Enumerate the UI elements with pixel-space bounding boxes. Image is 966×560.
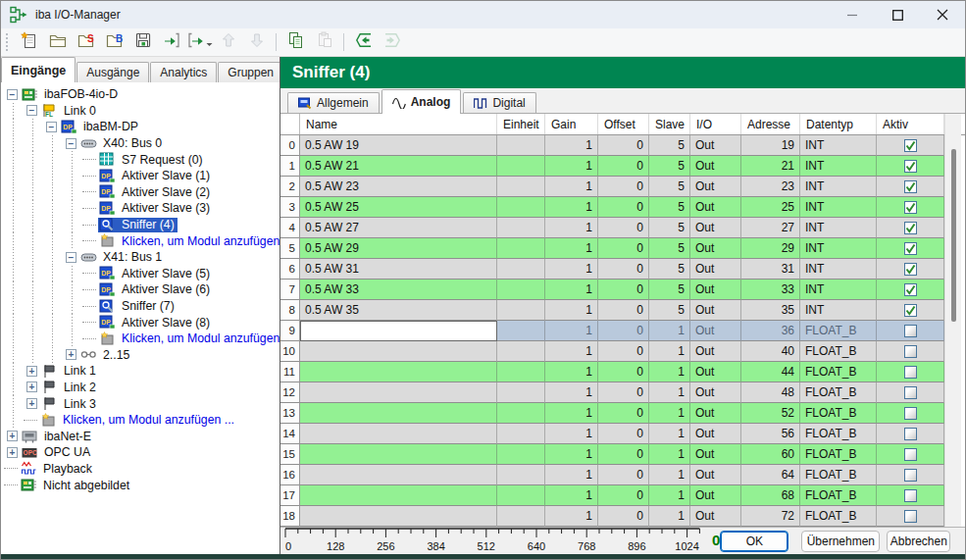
aktiv-checkbox[interactable] (904, 160, 917, 173)
cell-slave[interactable]: 1 (649, 424, 690, 444)
cell-einheit[interactable] (497, 177, 545, 197)
cell-offset[interactable]: 0 (598, 177, 649, 197)
cell-aktiv[interactable] (877, 321, 944, 341)
cell-adresse[interactable]: 27 (741, 218, 800, 238)
cell-datentyp[interactable]: FLOAT_B (800, 465, 877, 485)
cell-name[interactable] (300, 424, 497, 444)
cell-offset[interactable]: 0 (598, 465, 649, 485)
aktiv-checkbox[interactable] (904, 242, 917, 255)
cell-name[interactable]: 0.5 AW 31 (300, 259, 497, 280)
column-header-name[interactable]: Name (300, 114, 497, 134)
tab-analytics[interactable]: Analytics (150, 62, 217, 82)
column-header-adresse[interactable]: Adresse (741, 114, 800, 134)
cell-slave[interactable]: 1 (649, 362, 690, 382)
cell-offset[interactable]: 0 (598, 238, 649, 259)
cell-datentyp[interactable]: FLOAT_B (800, 321, 877, 341)
cell-adresse[interactable]: 56 (741, 424, 800, 444)
cell-offset[interactable]: 0 (598, 218, 649, 238)
cell-einheit[interactable] (497, 218, 545, 238)
minimize-button[interactable] (830, 1, 875, 28)
aktiv-checkbox[interactable] (904, 325, 917, 337)
tab-ausgnge[interactable]: Ausgänge (76, 62, 149, 82)
cell-io[interactable]: Out (690, 444, 741, 465)
cell-adresse[interactable]: 72 (741, 506, 800, 527)
cell-name[interactable]: 0.5 AW 35 (300, 300, 497, 321)
collapse-expander-icon[interactable]: − (7, 89, 18, 100)
cell-name[interactable]: 0.5 AW 23 (300, 177, 497, 197)
column-header-einheit[interactable]: Einheit (497, 114, 545, 134)
export-button[interactable] (187, 30, 212, 54)
cell-aktiv[interactable] (877, 506, 944, 527)
cell-offset[interactable]: 0 (598, 382, 649, 403)
cell-aktiv[interactable] (877, 259, 944, 280)
cell-einheit[interactable] (497, 362, 545, 382)
cell-io[interactable]: Out (690, 465, 741, 485)
expand-expander-icon[interactable]: + (7, 431, 18, 441)
tree-item[interactable]: −FLLink 0 (4, 103, 280, 120)
cell-einheit[interactable] (497, 321, 545, 341)
cell-gain[interactable]: 1 (545, 218, 598, 238)
cell-offset[interactable]: 0 (598, 485, 649, 506)
tree-item[interactable]: Sniffer (4) (4, 217, 280, 233)
cell-einheit[interactable] (497, 341, 545, 362)
cell-io[interactable]: Out (690, 424, 741, 444)
cell-slave[interactable]: 5 (649, 197, 690, 218)
collapse-expander-icon[interactable]: − (46, 122, 57, 132)
expand-expander-icon[interactable]: + (66, 349, 76, 360)
aktiv-checkbox[interactable] (904, 345, 917, 358)
cell-gain[interactable]: 1 (545, 259, 598, 280)
cell-io[interactable]: Out (690, 238, 741, 259)
cell-offset[interactable]: 0 (598, 280, 649, 300)
aktiv-checkbox[interactable] (904, 180, 917, 193)
cell-io[interactable]: Out (690, 218, 741, 238)
cell-einheit[interactable] (497, 424, 545, 444)
cell-datentyp[interactable]: FLOAT_B (800, 485, 877, 506)
cell-io[interactable]: Out (690, 135, 741, 156)
cell-name[interactable] (300, 485, 497, 506)
cell-io[interactable]: Out (690, 321, 741, 341)
cell-datentyp[interactable]: FLOAT_B (800, 444, 877, 465)
cell-offset[interactable]: 0 (598, 403, 649, 424)
expand-expander-icon[interactable]: + (26, 366, 37, 377)
cell-slave[interactable]: 1 (649, 506, 690, 527)
cell-datentyp[interactable]: INT (800, 177, 877, 197)
tree-item[interactable]: S7 Request (0) (4, 151, 280, 168)
cell-name[interactable]: 0.5 AW 19 (300, 135, 497, 156)
cell-slave[interactable]: 5 (649, 135, 690, 156)
cell-datentyp[interactable]: INT (800, 156, 877, 177)
aktiv-checkbox[interactable] (904, 386, 917, 399)
cell-einheit[interactable] (497, 444, 545, 465)
cell-adresse[interactable]: 36 (741, 321, 800, 341)
cell-aktiv[interactable] (877, 485, 944, 506)
cell-adresse[interactable]: 60 (741, 444, 800, 465)
cell-gain[interactable]: 1 (545, 156, 598, 177)
ok-button[interactable]: OK (720, 531, 788, 552)
toolbar-grip[interactable] (6, 33, 11, 51)
cell-slave[interactable]: 1 (649, 485, 690, 506)
tree-item[interactable]: DPAktiver Slave (2) (4, 184, 280, 201)
cell-gain[interactable]: 1 (545, 362, 598, 382)
cell-offset[interactable]: 0 (598, 362, 649, 382)
cell-adresse[interactable]: 68 (741, 485, 800, 506)
cell-offset[interactable]: 0 (598, 259, 649, 280)
cell-einheit[interactable] (497, 403, 545, 424)
cell-offset[interactable]: 0 (598, 506, 649, 527)
collapse-expander-icon[interactable]: − (26, 105, 37, 116)
cell-slave[interactable]: 1 (649, 403, 690, 424)
tab-allgemein[interactable]: Allgemein (287, 92, 380, 113)
cell-name[interactable] (300, 362, 497, 382)
cell-aktiv[interactable] (877, 280, 944, 300)
cell-adresse[interactable]: 21 (741, 156, 800, 177)
cell-offset[interactable]: 0 (598, 341, 649, 362)
tree-item[interactable]: DPAktiver Slave (1) (4, 168, 280, 184)
cell-slave[interactable]: 1 (649, 444, 690, 465)
cell-datentyp[interactable]: INT (800, 238, 877, 259)
column-header-slave[interactable]: Slave (649, 114, 690, 134)
cell-slave[interactable]: 5 (649, 259, 690, 280)
save-button[interactable] (130, 30, 155, 54)
cell-einheit[interactable] (497, 259, 545, 280)
tab-analog[interactable]: Analog (381, 89, 462, 114)
cell-name[interactable]: 0.5 AW 33 (300, 280, 497, 300)
tree-item[interactable]: −DPibaBM-DP (4, 119, 280, 135)
cell-io[interactable]: Out (690, 156, 741, 177)
